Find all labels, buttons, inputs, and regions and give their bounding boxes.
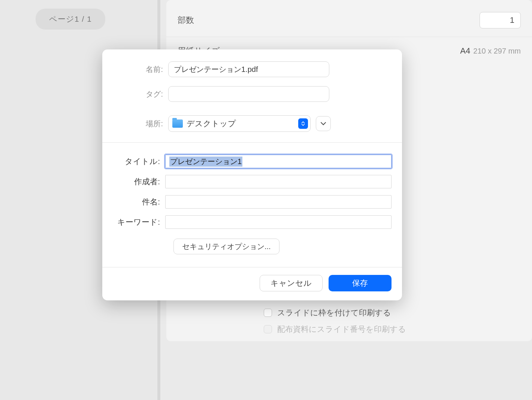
title-input-value: プレゼンテーション1 [169,157,242,167]
location-value: デスクトップ [187,118,236,129]
author-input[interactable] [165,175,392,188]
title-label: タイトル: [113,156,165,167]
print-page-number-option: 配布資料にスライド番号を印刷する [253,321,532,337]
print-frame-label: スライドに枠を付けて印刷する [277,307,391,318]
save-dialog: 名前: タグ: 場所: デスクトップ [102,49,402,300]
copies-row: 部数 [166,4,532,37]
title-input[interactable]: プレゼンテーション1 [165,155,392,168]
cancel-button[interactable]: キャンセル [260,275,323,291]
dialog-footer: キャンセル 保存 [102,267,402,300]
dialog-top-section: 名前: タグ: 場所: デスクトップ [102,49,402,142]
copies-input[interactable] [480,12,521,28]
paper-size-dimensions: 210 x 297 mm [473,47,521,55]
print-frame-option[interactable]: スライドに枠を付けて印刷する [253,304,532,321]
keywords-input[interactable] [165,215,392,229]
tag-label: タグ: [113,89,168,99]
checkbox-icon [264,309,272,317]
copies-label: 部数 [178,15,480,26]
security-options-button[interactable]: セキュリティオプション... [173,239,279,254]
keywords-label: キーワード: [113,217,165,227]
dialog-metadata-section: タイトル: プレゼンテーション1 作成者: 件名: キーワード: セキュリティオ… [102,143,402,267]
subject-label: 件名: [113,197,165,207]
chevron-down-icon [320,122,326,125]
tag-input[interactable] [168,86,329,102]
folder-icon [172,119,183,128]
expand-location-button[interactable] [316,116,331,131]
author-label: 作成者: [113,176,165,187]
filename-input[interactable] [168,61,329,77]
checkbox-icon [264,325,272,333]
paper-size-value: A4 [460,46,470,56]
name-label: 名前: [113,64,168,75]
updown-chevron-icon [298,118,308,129]
location-label: 場所: [113,119,168,129]
save-button[interactable]: 保存 [329,275,392,291]
subject-input[interactable] [165,195,392,209]
location-select[interactable]: デスクトップ [168,115,311,132]
print-page-number-label: 配布資料にスライド番号を印刷する [277,324,406,334]
page-indicator: ページ1 / 1 [36,9,105,30]
